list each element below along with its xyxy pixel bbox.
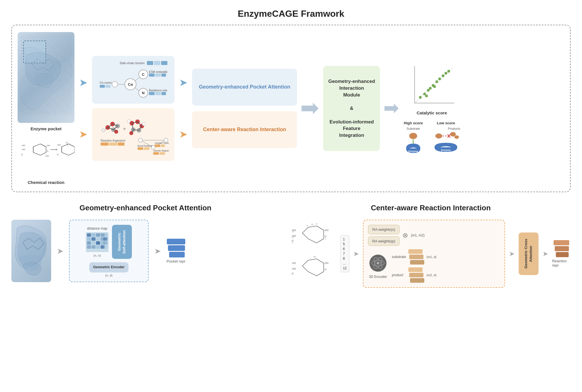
- svg-point-104: [409, 133, 417, 139]
- scatter-plot-section: Catalytic score: [406, 63, 457, 115]
- framework-box: Enzyme pocket H: [11, 25, 571, 192]
- pocket-repr-stack: [167, 239, 185, 257]
- atom-numbers-list: 1 5 6 7 8 ... 12: [340, 235, 349, 272]
- svg-text:Cα coord.: Cα coord.: [100, 81, 112, 84]
- svg-point-109: [454, 135, 459, 139]
- product-tensor: [408, 267, 424, 283]
- svg-text:11: 11: [292, 230, 294, 233]
- geo-pocket-inner-box: distance map: [69, 220, 149, 282]
- pocket-repr-layer-2: [168, 245, 185, 251]
- svg-point-29: [112, 81, 118, 87]
- geo-pocket-attention-label: Geometry-enhanced Pocket Attention: [199, 83, 290, 91]
- product-sp-label: product: [392, 273, 406, 277]
- arrow-gray-col: [302, 101, 319, 116]
- svg-text:OH: OH: [47, 144, 50, 147]
- center-module-title: Geometry-enhanced Interaction Module & E…: [328, 78, 375, 139]
- arrow-box-to-repr: ➤: [154, 246, 161, 256]
- svg-marker-136: [302, 226, 324, 243]
- pocket-repr-col: Pocket repr: [167, 239, 185, 263]
- svg-rect-130: [103, 241, 107, 245]
- svg-text:Cα: Cα: [128, 82, 133, 87]
- svg-rect-118: [96, 233, 100, 237]
- svg-rect-32: [155, 74, 161, 77]
- svg-text:HO: HO: [292, 262, 296, 265]
- main-title: EnzymeCAGE Framwork: [11, 9, 571, 19]
- attention-col: Geometry-enhanced Pocket Attention Cente…: [192, 69, 297, 148]
- n-n-label: (n, n): [86, 254, 109, 257]
- distance-map-row: distance map: [86, 225, 132, 259]
- otimes-symbol: ⊗: [402, 231, 408, 239]
- svg-rect-120: [103, 233, 107, 237]
- svg-marker-88: [384, 104, 399, 113]
- svg-rect-37: [161, 92, 166, 95]
- low-score-diagram: Products: [432, 127, 460, 154]
- svg-rect-122: [92, 237, 95, 241]
- reaction-molecule-bottom: HO HO OH O O O: [291, 256, 336, 284]
- distance-map-col: distance map: [86, 227, 109, 257]
- svg-rect-31: [149, 74, 155, 77]
- feature-extraction-col: Side-chain torsion Cα: [92, 56, 174, 161]
- svg-text:O: O: [314, 256, 316, 258]
- ra-weights-s-box: RA weights(s): [368, 225, 400, 234]
- svg-line-2: [40, 144, 46, 147]
- svg-text:O: O: [325, 268, 327, 271]
- svg-rect-83: [161, 144, 165, 147]
- svg-point-99: [442, 74, 444, 77]
- reaction-molecule-top: HO HO OH O O 9 10 8 7 11 12 1: [291, 223, 336, 251]
- arrow-orange-2: ➤: [179, 128, 188, 140]
- svg-rect-85: [153, 152, 159, 155]
- svg-point-95: [429, 87, 432, 90]
- svg-rect-117: [92, 233, 95, 237]
- substrate-product-stacks: substrate (m1, d) product: [392, 249, 436, 283]
- reaction-molecules-col: HO HO OH O O 9 10 8 7 11 12 1: [291, 223, 336, 284]
- scatter-plot: [406, 63, 457, 109]
- geo-pocket-attention-box: Geometry-enhanced Pocket Attention: [192, 69, 297, 106]
- chemical-reaction-image: HO HO OH O O OH: [18, 137, 74, 177]
- svg-marker-10: [56, 149, 58, 150]
- geo-pocket-title: Geometry-enhanced Pocket Attention: [11, 204, 280, 212]
- svg-rect-127: [92, 241, 95, 245]
- product-stack-row: product (m2, d): [392, 267, 436, 283]
- enzyme-feature-box: Side-chain torsion Cα: [92, 56, 174, 104]
- pocket-repr-layer-3: [169, 252, 185, 257]
- n-d-label: (n, d): [89, 274, 129, 277]
- svg-text:Enzyme: Enzyme: [441, 149, 451, 152]
- svg-point-75: [138, 138, 142, 142]
- svg-point-51: [102, 129, 105, 132]
- arrow-to-dashed-orange: ➤: [353, 250, 359, 258]
- svg-text:Backbone orientation: Backbone orientation: [149, 89, 167, 92]
- m1-d-label: (m1, d): [427, 255, 436, 259]
- svg-text:HO: HO: [22, 148, 25, 151]
- svg-rect-71: [118, 142, 124, 146]
- bottom-section: Geometry-enhanced Pocket Attention ➤: [11, 204, 571, 288]
- substrate-sp-label: substrate: [392, 255, 406, 259]
- svg-text:HO: HO: [57, 144, 61, 146]
- substrate-text: Substrate: [407, 127, 420, 130]
- svg-point-110: [435, 133, 442, 139]
- svg-marker-149: [302, 259, 324, 276]
- m1-m2-label: (m1, m2): [411, 233, 425, 237]
- left-stack: Enzyme pocket H: [18, 32, 74, 185]
- arrow-to-reaction-repr: ➤: [542, 250, 548, 258]
- chemical-reaction-label: Chemical reaction: [28, 180, 64, 185]
- svg-text:1: 1: [292, 242, 293, 244]
- svg-text:9: 9: [307, 225, 308, 227]
- ra-boxes-col: RA weights(s) RA weights(p): [368, 225, 400, 246]
- svg-rect-123: [96, 237, 100, 241]
- svg-point-100: [444, 72, 447, 75]
- center-reaction-label: Center-aware Reaction Interaction: [203, 126, 286, 133]
- svg-line-13: [69, 144, 74, 147]
- svg-point-102: [425, 95, 428, 97]
- svg-rect-79: [138, 147, 143, 150]
- svg-point-157: [377, 262, 379, 265]
- ra-weights-p-box: RA weights(p): [368, 236, 400, 246]
- protein-structure-bottom: [11, 220, 51, 282]
- geo-encoder-col: Geometric Encoder (n, d): [89, 262, 129, 277]
- arrow-orange-bot: ➤: [79, 128, 88, 140]
- low-score-label: Low score: [437, 121, 455, 125]
- svg-rect-131: [87, 245, 91, 249]
- arrow-gray-col2: [384, 103, 399, 114]
- distance-map-label: distance map: [86, 227, 109, 230]
- center-reaction-box: Center-aware Reaction Interaction: [192, 111, 297, 148]
- svg-text:OH: OH: [325, 229, 329, 232]
